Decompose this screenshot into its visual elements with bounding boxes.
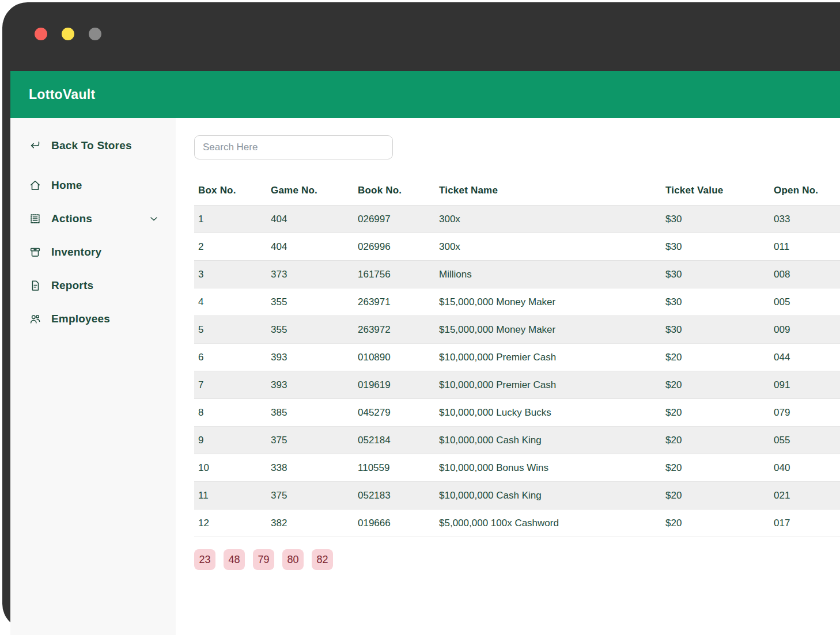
table-cell-box-no: 8: [194, 399, 267, 427]
column-header-open-no: Open No.: [770, 176, 840, 206]
inventory-icon: [29, 246, 41, 258]
table-row: 12382019666$5,000,000 100x Cashword$2001…: [194, 509, 840, 537]
table-cell-ticket-name: 300x: [435, 206, 661, 233]
table-cell-game-no: 375: [267, 427, 354, 454]
table-cell-box-no: 11: [194, 482, 267, 509]
sidebar-item-label: Inventory: [51, 246, 101, 258]
chevron-down-icon: [148, 213, 160, 225]
app-header: LottoVault: [10, 71, 840, 118]
table-row: 8385045279$10,000,000 Lucky Bucks$20079: [194, 399, 840, 427]
table-cell-open-no: 040: [770, 454, 840, 482]
inventory-table: Box No. Game No. Book No. Ticket Name Ti…: [194, 176, 840, 537]
table-cell-ticket-value: $20: [661, 399, 770, 427]
app-viewport: LottoVault Back To Stores Home Actions: [10, 71, 840, 635]
table-cell-ticket-value: $20: [661, 482, 770, 509]
table-cell-open-no: 033: [770, 206, 840, 233]
sidebar-item-inventory[interactable]: Inventory: [29, 235, 160, 269]
table-cell-book-no: 263971: [354, 288, 435, 316]
table-cell-open-no: 079: [770, 399, 840, 427]
table-cell-ticket-name: $10,000,000 Premier Cash: [435, 371, 661, 399]
sidebar: Back To Stores Home Actions: [10, 118, 176, 635]
table-cell-box-no: 5: [194, 316, 267, 344]
table-cell-box-no: 4: [194, 288, 267, 316]
table-cell-ticket-value: $30: [661, 261, 770, 288]
table-cell-open-no: 011: [770, 233, 840, 261]
table-row: 5355263972$15,000,000 Money Maker$30009: [194, 316, 840, 344]
column-header-book-no: Book No.: [354, 176, 435, 206]
table-header-row: Box No. Game No. Book No. Ticket Name Ti…: [194, 176, 840, 206]
table-row: 7393019619$10,000,000 Premier Cash$20091: [194, 371, 840, 399]
minimize-window-button[interactable]: [62, 28, 74, 40]
table-cell-book-no: 026996: [354, 233, 435, 261]
table-cell-box-no: 9: [194, 427, 267, 454]
open-number-badge[interactable]: 82: [312, 549, 333, 570]
open-number-badge[interactable]: 80: [282, 549, 304, 570]
sidebar-item-reports[interactable]: Reports: [29, 269, 160, 302]
table-row: 1404026997300x$30033: [194, 206, 840, 233]
open-number-badge[interactable]: 23: [194, 549, 215, 570]
table-cell-book-no: 045279: [354, 399, 435, 427]
maximize-window-button[interactable]: [89, 28, 101, 40]
main-content: Box No. Game No. Book No. Ticket Name Ti…: [176, 118, 840, 635]
table-cell-book-no: 052183: [354, 482, 435, 509]
table-row: 2404026996300x$30011: [194, 233, 840, 261]
open-number-badge[interactable]: 79: [253, 549, 274, 570]
sidebar-item-actions[interactable]: Actions: [29, 202, 160, 235]
table-row: 10338110559$10,000,000 Bonus Wins$20040: [194, 454, 840, 482]
column-header-game-no: Game No.: [267, 176, 354, 206]
table-cell-game-no: 373: [267, 261, 354, 288]
table-cell-game-no: 393: [267, 371, 354, 399]
sidebar-item-back-to-stores[interactable]: Back To Stores: [29, 132, 160, 159]
table-cell-game-no: 382: [267, 509, 354, 537]
table-cell-ticket-name: $10,000,000 Lucky Bucks: [435, 399, 661, 427]
table-cell-ticket-name: $5,000,000 100x Cashword: [435, 509, 661, 537]
table-cell-game-no: 355: [267, 288, 354, 316]
table-cell-book-no: 026997: [354, 206, 435, 233]
table-cell-box-no: 6: [194, 344, 267, 371]
table-cell-open-no: 005: [770, 288, 840, 316]
table-cell-ticket-name: $15,000,000 Money Maker: [435, 288, 661, 316]
table-cell-book-no: 019619: [354, 371, 435, 399]
table-cell-ticket-value: $30: [661, 206, 770, 233]
table-cell-box-no: 10: [194, 454, 267, 482]
app-title: LottoVault: [29, 87, 95, 102]
open-number-badges: 2348798082: [194, 549, 840, 570]
table-cell-ticket-value: $20: [661, 509, 770, 537]
sidebar-item-employees[interactable]: Employees: [29, 302, 160, 336]
sidebar-item-home[interactable]: Home: [29, 169, 160, 202]
table-cell-ticket-name: Millions: [435, 261, 661, 288]
table-cell-open-no: 008: [770, 261, 840, 288]
table-cell-book-no: 263972: [354, 316, 435, 344]
table-cell-book-no: 110559: [354, 454, 435, 482]
reports-icon: [29, 279, 41, 292]
table-cell-ticket-name: 300x: [435, 233, 661, 261]
table-cell-box-no: 2: [194, 233, 267, 261]
table-cell-open-no: 044: [770, 344, 840, 371]
table-cell-game-no: 338: [267, 454, 354, 482]
table-cell-ticket-value: $20: [661, 344, 770, 371]
sidebar-item-label: Reports: [51, 279, 93, 292]
table-cell-open-no: 021: [770, 482, 840, 509]
sidebar-item-label: Home: [51, 179, 82, 192]
table-cell-game-no: 404: [267, 233, 354, 261]
close-window-button[interactable]: [35, 28, 47, 40]
open-number-badge[interactable]: 48: [224, 549, 245, 570]
table-cell-game-no: 404: [267, 206, 354, 233]
table-cell-box-no: 3: [194, 261, 267, 288]
employees-icon: [29, 313, 41, 325]
table-cell-ticket-value: $20: [661, 371, 770, 399]
table-cell-ticket-value: $20: [661, 427, 770, 454]
table-cell-open-no: 009: [770, 316, 840, 344]
window-controls: [35, 28, 101, 40]
table-cell-book-no: 161756: [354, 261, 435, 288]
table-cell-ticket-name: $15,000,000 Money Maker: [435, 316, 661, 344]
table-cell-book-no: 019666: [354, 509, 435, 537]
search-input[interactable]: [194, 135, 393, 159]
table-cell-open-no: 055: [770, 427, 840, 454]
table-cell-box-no: 12: [194, 509, 267, 537]
table-cell-book-no: 010890: [354, 344, 435, 371]
table-cell-open-no: 091: [770, 371, 840, 399]
table-cell-book-no: 052184: [354, 427, 435, 454]
home-icon: [29, 179, 41, 192]
table-cell-ticket-name: $10,000,000 Premier Cash: [435, 344, 661, 371]
